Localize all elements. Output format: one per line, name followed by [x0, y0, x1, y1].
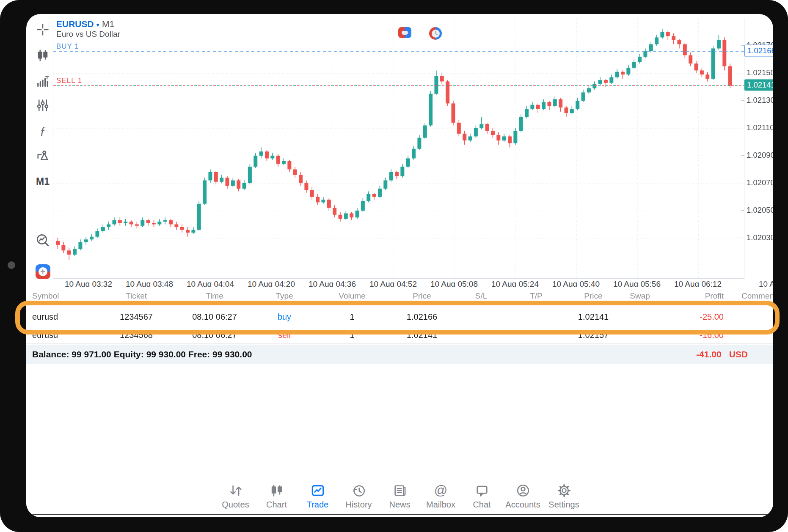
price-axis-tick: [741, 73, 744, 73]
chat-icon: [475, 480, 489, 498]
column-header-comment: Comment: [741, 291, 773, 301]
trade-panel-icon[interactable]: [398, 27, 411, 38]
timeframe-button[interactable]: M1: [30, 173, 56, 189]
floating-profit: -41.00: [696, 349, 722, 359]
nav-label: Accounts: [505, 500, 540, 510]
nav-label: Trade: [307, 500, 329, 510]
price-axis-tick: [741, 238, 744, 238]
account-summary-row: Balance: 99 971.00 Equity: 99 930.00 Fre…: [26, 345, 773, 364]
price-axis-tick: [741, 100, 744, 101]
nav-item-chart[interactable]: Chart: [256, 480, 297, 517]
column-header-current: Price: [564, 291, 623, 301]
column-header-price: Price: [390, 291, 454, 301]
column-header-ticket: Ticket: [98, 291, 174, 301]
settings-icon: [557, 480, 571, 498]
chart-title[interactable]: EURUSD ▾ M1: [56, 19, 114, 29]
column-header-sl: S/L: [454, 291, 509, 301]
nav-label: News: [389, 500, 410, 510]
symbol-name[interactable]: EURUSD: [56, 19, 94, 29]
nav-item-quotes[interactable]: Quotes: [215, 480, 256, 517]
indicators-icon[interactable]: [30, 97, 56, 113]
accounts-icon: [516, 480, 530, 498]
nav-item-settings[interactable]: Settings: [543, 480, 584, 517]
sessions-clock-icon[interactable]: [429, 27, 442, 40]
column-header-type: Type: [255, 291, 314, 301]
price-axis-tick: [741, 183, 744, 183]
nav-label: Quotes: [222, 500, 249, 510]
price-axis-label: 1.02070: [747, 178, 773, 187]
device-frame: ƒM1+ EURUSD ▾ M1 Euro vs US Dollar BUY 1…: [0, 0, 788, 532]
nav-label: History: [345, 500, 372, 510]
price-axis-label: 1.02050: [747, 206, 773, 215]
highlight-annotation: [15, 301, 780, 335]
chevron-down-icon: ▾: [96, 21, 100, 28]
column-header-tp: T/P: [509, 291, 564, 301]
account-currency: USD: [722, 349, 773, 359]
sell-position-label: SELL 1: [56, 77, 82, 85]
volume-icon[interactable]: [30, 73, 56, 89]
buy-price-badge: 1.02166: [744, 45, 773, 57]
row-divider: [26, 343, 773, 344]
crosshair-icon[interactable]: [30, 22, 56, 38]
camera-dot: [8, 261, 15, 269]
history-icon: [352, 480, 366, 498]
zoom-chart-icon[interactable]: [30, 232, 56, 248]
price-axis-separator: [744, 18, 744, 278]
nav-item-mailbox[interactable]: @Mailbox: [420, 480, 461, 517]
nav-item-history[interactable]: History: [338, 480, 379, 517]
bottom-nav: QuotesChartTradeHistoryNews@MailboxChatA…: [26, 480, 773, 517]
new-order-icon[interactable]: +: [30, 263, 56, 280]
home-indicator: [30, 514, 769, 515]
column-header-volume: Volume: [314, 291, 390, 301]
quotes-icon: [229, 480, 243, 498]
balance-summary: Balance: 99 971.00 Equity: 99 930.00 Fre…: [26, 349, 252, 359]
news-icon: [393, 480, 407, 498]
mailbox-icon: @: [434, 480, 447, 498]
column-header-profit: Profit: [657, 291, 741, 301]
trade-icon: [311, 480, 325, 498]
column-header-time: Time: [174, 291, 255, 301]
nav-item-news[interactable]: News: [379, 480, 420, 517]
nav-item-accounts[interactable]: Accounts: [502, 480, 543, 517]
price-axis-label: 1.02030: [747, 233, 773, 242]
chart-icon: [270, 480, 284, 498]
nav-label: Mailbox: [426, 500, 455, 510]
nav-label: Chat: [473, 500, 490, 510]
objects-icon[interactable]: [30, 148, 56, 164]
timeframe-label: M1: [102, 19, 114, 29]
price-axis-label: 1.02090: [747, 151, 773, 160]
price-axis-label: 1.02150: [747, 68, 773, 77]
function-icon[interactable]: ƒ: [30, 123, 56, 139]
column-header-swap: Swap: [623, 291, 657, 301]
nav-item-trade[interactable]: Trade: [297, 480, 338, 517]
candles-icon[interactable]: [30, 47, 56, 63]
current-price-badge: 1.02141: [744, 80, 773, 91]
app-screen: ƒM1+ EURUSD ▾ M1 Euro vs US Dollar BUY 1…: [26, 14, 773, 517]
price-axis-label: 1.02130: [747, 96, 773, 105]
buy-position-label: BUY 1: [56, 42, 79, 51]
nav-label: Settings: [548, 500, 579, 510]
symbol-description: Euro vs US Dollar: [56, 30, 120, 39]
price-axis-tick: [741, 210, 744, 211]
nav-label: Chart: [266, 500, 287, 510]
price-axis-tick: [741, 45, 744, 46]
candlestick-chart[interactable]: [53, 18, 744, 279]
price-axis-tick: [741, 155, 744, 156]
price-axis-tick: [741, 128, 744, 128]
nav-item-chat[interactable]: Chat: [461, 480, 502, 517]
price-axis-label: 1.02110: [747, 123, 773, 132]
column-header-symbol: Symbol: [26, 291, 98, 301]
